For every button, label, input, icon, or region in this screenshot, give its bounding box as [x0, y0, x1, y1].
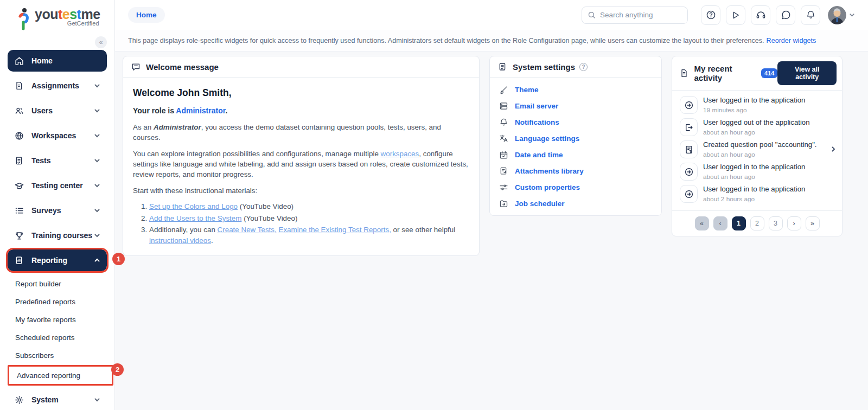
pagination-first-button[interactable]: « [695, 216, 709, 230]
settings-item-job-scheduler[interactable]: Job scheduler [499, 198, 653, 208]
support-button[interactable] [751, 5, 770, 25]
youtestme-mark-icon [16, 8, 33, 31]
activity-count-badge: 414 [761, 68, 777, 78]
help-button[interactable] [701, 5, 720, 25]
chevron-up-icon [94, 257, 100, 264]
chevron-right-icon[interactable] [830, 146, 837, 152]
sidebar-item-reporting[interactable]: Reporting [8, 249, 107, 271]
activity-time: about an hour ago [703, 173, 805, 181]
pagination-next-button[interactable]: › [787, 216, 801, 230]
list-icon [14, 206, 24, 215]
sidebar-item-users[interactable]: Users [8, 100, 107, 121]
colors-logo-link[interactable]: Set up the Colors and Logo [149, 202, 238, 210]
welcome-card-header: Welcome message [123, 56, 479, 78]
settings-item-label: Email server [515, 102, 558, 110]
sidebar-item-label: Assignments [31, 81, 79, 90]
main-area: Home [115, 0, 868, 410]
pagination-prev-button[interactable]: ‹ [713, 216, 727, 230]
sidebar-nav: Home Assignments Users Wor [0, 50, 114, 410]
workspaces-link[interactable]: workspaces [381, 150, 419, 158]
system-settings-header: System settings ? [490, 56, 661, 78]
sidebar-subitem-scheduled-reports[interactable]: Scheduled reports [0, 329, 114, 345]
create-tests-link[interactable]: Create New Tests, [218, 226, 277, 234]
pagination-page-1[interactable]: 1 [732, 216, 746, 230]
search-input[interactable] [600, 11, 676, 19]
sidebar-subitem-report-builder[interactable]: Report builder [0, 276, 114, 292]
sidebar-item-label: Training courses [31, 231, 92, 240]
headset-icon [756, 10, 766, 20]
recent-activity-card: My recent activity 414 View all activity… [672, 56, 843, 236]
sidebar-item-label: Workspaces [31, 131, 76, 140]
pagination-page-2[interactable]: 2 [750, 216, 764, 230]
sidebar-item-label: Tests [31, 156, 51, 165]
info-circle-icon: ? [579, 63, 588, 71]
settings-item-notifications[interactable]: Notifications [499, 117, 653, 127]
card-title: Welcome message [146, 62, 219, 72]
translate-icon [499, 133, 508, 143]
sidebar-item-workspaces[interactable]: Workspaces [8, 125, 107, 146]
sidebar-item-assignments[interactable]: Assignments [8, 75, 107, 97]
brand-logo: youtestme GetCertified [0, 0, 114, 31]
sidebar-item-label: System [31, 395, 59, 404]
brand-wordmark: youtestme [35, 8, 100, 21]
chevron-down-icon [94, 207, 100, 214]
pagination-last-button[interactable]: » [806, 216, 820, 230]
role-name: Administrator [176, 106, 225, 115]
sidebar-subitem-subscribers[interactable]: Subscribers [0, 347, 114, 363]
sidebar-subitem-advanced-reporting[interactable]: Advanced reporting [8, 365, 113, 386]
activity-text: User logged in to the application [703, 185, 805, 194]
subitem-label: Subscribers [15, 351, 54, 360]
document-icon [680, 68, 689, 78]
activity-row: User logged in to the applicationabout 2… [680, 185, 834, 203]
sidebar-item-home[interactable]: Home [8, 50, 107, 72]
bell-icon [499, 117, 508, 127]
user-menu[interactable] [828, 6, 855, 24]
view-all-activity-button[interactable]: View all activity [777, 61, 837, 85]
settings-item-attachments-library[interactable]: Attachments library [499, 166, 653, 176]
question-circle-icon [706, 10, 716, 20]
role-line: Your role is Administrator. [133, 105, 469, 116]
reorder-widgets-link[interactable]: Reorder widgets [767, 37, 816, 44]
system-settings-list: Theme Email server Notifications Languag… [490, 78, 661, 215]
login-icon [680, 163, 698, 181]
chat-bubble-icon [781, 10, 791, 20]
video-tutorials-button[interactable] [726, 5, 745, 25]
settings-item-label: Language settings [515, 134, 579, 143]
settings-item-language-settings[interactable]: Language settings [499, 133, 653, 143]
sidebar-item-testing-center[interactable]: Testing center [8, 175, 107, 196]
calendar-icon [499, 150, 508, 159]
dashboard-widgets: Welcome message Welcome John Smith, Your… [115, 52, 868, 256]
pagination-page-3[interactable]: 3 [769, 216, 783, 230]
settings-item-label: Job scheduler [515, 200, 565, 208]
gear-icon [14, 395, 24, 405]
sidebar-item-label: Testing center [31, 181, 83, 190]
add-users-link[interactable]: Add the Users to the System [149, 214, 241, 222]
breadcrumb[interactable]: Home [128, 7, 165, 23]
instructional-videos-link[interactable]: instructional videos [149, 236, 211, 245]
sidebar-item-tests[interactable]: Tests [8, 150, 107, 171]
settings-item-date-and-time[interactable]: Date and time [499, 150, 653, 159]
graduation-cap-icon [14, 181, 24, 190]
settings-item-email-server[interactable]: Email server [499, 101, 653, 111]
topbar: Home [115, 0, 868, 30]
settings-item-theme[interactable]: Theme [499, 85, 653, 94]
messages-button[interactable] [776, 5, 795, 25]
assignments-icon [14, 81, 24, 91]
chevron-down-icon [849, 12, 855, 18]
test-reports-link[interactable]: Examine the Existing Test Reports, [278, 226, 391, 234]
sidebar-subitem-my-favorite-reports[interactable]: My favorite reports [0, 311, 114, 328]
list-item: Additionally, you can Create New Tests, … [149, 225, 469, 246]
trophy-icon [14, 230, 24, 240]
sidebar-item-surveys[interactable]: Surveys [8, 200, 107, 221]
sidebar-item-training-courses[interactable]: Training courses [8, 225, 107, 246]
settings-item-label: Attachments library [515, 167, 584, 175]
search-box[interactable] [582, 7, 688, 24]
sidebar-collapse-button[interactable]: « [95, 36, 107, 48]
notifications-button[interactable] [801, 5, 820, 25]
sidebar-subitem-predefined-reports[interactable]: Predefined reports [0, 293, 114, 310]
activity-text: User logged out of the application [703, 118, 809, 127]
sidebar-item-system[interactable]: System [8, 389, 107, 410]
clipboard-check-icon [14, 156, 24, 165]
settings-item-custom-properties[interactable]: Custom properties [499, 182, 653, 192]
chevron-down-icon [94, 82, 100, 89]
